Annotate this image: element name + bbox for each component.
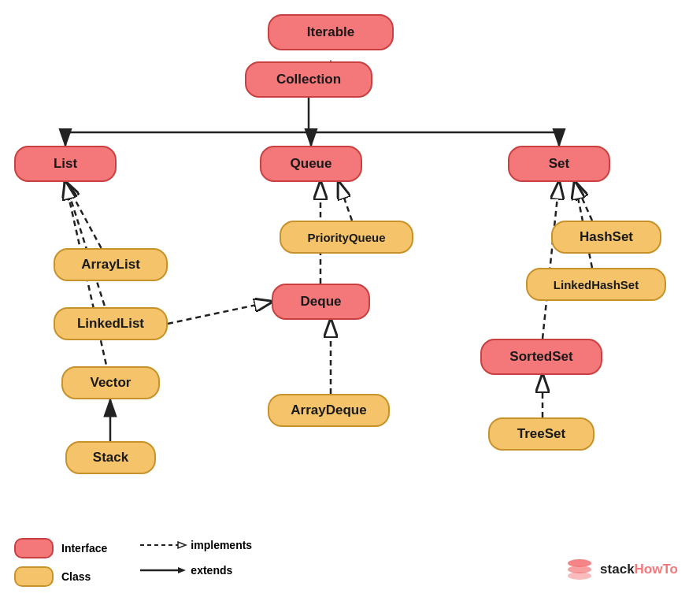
- legend-extends: extends: [140, 563, 252, 577]
- logo: stackHowTo: [565, 555, 678, 584]
- node-hashset: HashSet: [551, 221, 661, 254]
- node-vector: Vector: [61, 366, 160, 399]
- legend: Interface Class implements ext: [14, 538, 252, 587]
- node-collection: Collection: [245, 61, 372, 98]
- legend-class: Class: [14, 566, 107, 587]
- node-arraylist: ArrayList: [54, 248, 168, 281]
- legend-interface-box: [14, 538, 54, 558]
- node-arraydeque: ArrayDeque: [268, 394, 390, 427]
- node-treeset: TreeSet: [488, 417, 594, 451]
- extends-arrow-svg: [140, 563, 187, 577]
- node-deque: Deque: [272, 284, 370, 320]
- node-stack: Stack: [65, 441, 156, 474]
- legend-extends-label: extends: [191, 564, 232, 577]
- node-sortedset: SortedSet: [480, 339, 602, 375]
- implements-arrow-svg: [140, 538, 187, 552]
- node-queue: Queue: [260, 146, 362, 182]
- legend-class-box: [14, 566, 54, 587]
- logo-text: stackHowTo: [600, 562, 678, 577]
- legend-class-label: Class: [61, 570, 91, 583]
- node-set: Set: [508, 146, 610, 182]
- logo-stack: stack: [600, 562, 634, 577]
- arrow-hashset-set: [575, 182, 592, 221]
- legend-implements: implements: [140, 538, 252, 552]
- node-linkedhashset: LinkedHashSet: [526, 268, 666, 301]
- logo-howto: HowTo: [635, 562, 678, 577]
- diagram-container: Iterable Collection List Queue Set Array…: [0, 0, 700, 601]
- node-iterable: Iterable: [268, 14, 394, 50]
- node-linkedlist: LinkedList: [54, 307, 168, 340]
- svg-marker-5: [178, 567, 186, 573]
- arrow-sortedset-set: [543, 182, 559, 339]
- svg-point-8: [568, 572, 591, 580]
- arrow-linkedlist-deque: [168, 302, 272, 324]
- legend-interface: Interface: [14, 538, 107, 558]
- stackhowto-icon: [565, 555, 594, 584]
- arrow-pq-queue: [339, 182, 352, 221]
- node-list: List: [14, 146, 117, 182]
- node-priorityqueue: PriorityQueue: [280, 221, 413, 254]
- legend-implements-label: implements: [191, 539, 252, 551]
- arrow-vector-list: [65, 182, 110, 383]
- legend-interface-label: Interface: [61, 542, 107, 555]
- svg-marker-3: [178, 542, 186, 548]
